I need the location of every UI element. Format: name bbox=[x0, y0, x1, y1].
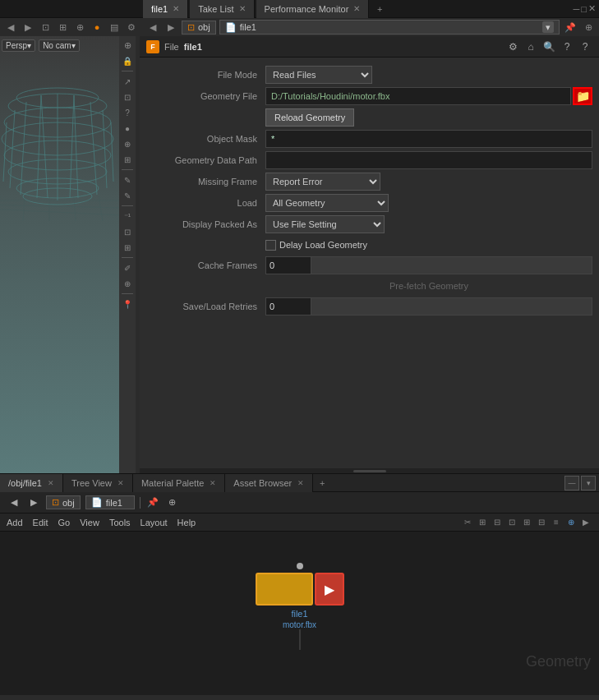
bottom-pin-icon[interactable]: 📌 bbox=[145, 495, 160, 510]
bottom-node-breadcrumb[interactable]: 📄 file1 bbox=[85, 495, 135, 509]
help-icon[interactable]: ? bbox=[560, 39, 574, 54]
bottom-tab-material-palette[interactable]: Material Palette ✕ bbox=[133, 474, 225, 492]
missing-frame-dropdown[interactable]: Report Error bbox=[265, 173, 380, 191]
cut-icon[interactable]: ✂ bbox=[461, 516, 474, 529]
viewport[interactable]: Persp▾ No cam▾ bbox=[0, 36, 136, 473]
network-view[interactable]: Geometry ▶ file1 motor.fbx bbox=[0, 532, 599, 695]
viewport-tool-16[interactable]: 📍 bbox=[120, 297, 135, 311]
window-maximize-icon[interactable]: □ bbox=[581, 4, 587, 14]
geometry-data-path-input[interactable] bbox=[265, 151, 592, 169]
tab-performance-monitor[interactable]: Performance Monitor ✕ bbox=[256, 0, 370, 18]
bottom-obj-breadcrumb[interactable]: ⊡ obj bbox=[46, 495, 81, 509]
viewport-tool-13[interactable]: ⊞ bbox=[120, 240, 135, 255]
nav-forward-button[interactable]: ▶ bbox=[21, 20, 35, 35]
browse-file-button[interactable]: 📁 bbox=[573, 87, 592, 105]
tool-icon-3[interactable]: ⊕ bbox=[72, 20, 87, 35]
display-packed-dropdown[interactable]: Use File Setting bbox=[265, 215, 385, 233]
tab-close-performance-monitor[interactable]: ✕ bbox=[353, 4, 360, 13]
bottom-nav-forward[interactable]: ▶ bbox=[26, 495, 41, 510]
save-load-input[interactable] bbox=[265, 297, 311, 315]
file-node[interactable]: ▶ file1 motor.fbx bbox=[256, 563, 344, 629]
settings-icon[interactable]: ⚙ bbox=[124, 20, 139, 35]
bottom-tab-close[interactable]: ✕ bbox=[48, 479, 54, 487]
node-body-left[interactable] bbox=[256, 573, 313, 606]
window-close-icon[interactable]: ✕ bbox=[588, 3, 596, 14]
bottom-panel-menu[interactable]: ▾ bbox=[581, 476, 596, 490]
viewport-tool-9[interactable]: ✎ bbox=[120, 173, 135, 187]
save-load-slider[interactable] bbox=[265, 297, 592, 315]
viewport-tool-6[interactable]: ● bbox=[120, 121, 135, 136]
tab-close-file1[interactable]: ✕ bbox=[173, 4, 179, 13]
add-tab-button[interactable]: + bbox=[371, 0, 389, 18]
grid-icon-4[interactable]: ≡ bbox=[550, 516, 563, 529]
viewport-tool-7[interactable]: ⊕ bbox=[120, 136, 135, 151]
tool-icon-1[interactable]: ⊡ bbox=[38, 20, 53, 35]
bottom-tab-close[interactable]: ✕ bbox=[210, 479, 216, 487]
add-bottom-tab-button[interactable]: + bbox=[313, 474, 331, 492]
bottom-panel-collapse[interactable]: — bbox=[564, 476, 579, 490]
cache-frames-bar[interactable] bbox=[311, 256, 592, 274]
tool-icon-2[interactable]: ⊞ bbox=[55, 20, 70, 35]
settings-gear-icon[interactable]: ⚙ bbox=[505, 39, 520, 54]
tab-close-take-list[interactable]: ✕ bbox=[239, 4, 246, 13]
viewport-tool-12[interactable]: ⊡ bbox=[120, 224, 135, 239]
bottom-tab-asset-browser[interactable]: Asset Browser ✕ bbox=[225, 474, 313, 492]
viewport-tool-11[interactable]: ⁻¹ bbox=[120, 209, 135, 223]
object-mask-input[interactable] bbox=[265, 130, 592, 148]
nav-forward2-button[interactable]: ▶ bbox=[164, 20, 178, 35]
viewport-tool-14[interactable]: ✐ bbox=[120, 260, 135, 275]
bottom-tab-tree-view[interactable]: Tree View ✕ bbox=[63, 474, 133, 492]
help2-icon[interactable]: ? bbox=[578, 39, 592, 54]
reload-geometry-button[interactable]: Reload Geometry bbox=[265, 108, 354, 127]
search-icon[interactable]: 🔍 bbox=[541, 39, 556, 54]
delay-load-checkbox[interactable] bbox=[265, 240, 276, 251]
nav-back-button[interactable]: ◀ bbox=[3, 20, 18, 35]
obj-breadcrumb[interactable]: ⊡ obj bbox=[182, 21, 216, 35]
menu-layout[interactable]: Layout bbox=[141, 518, 168, 527]
bottom-nav-back[interactable]: ◀ bbox=[7, 495, 21, 510]
load-dropdown[interactable]: All Geometry bbox=[265, 194, 389, 212]
persp-dropdown[interactable]: Persp▾ bbox=[2, 39, 35, 52]
bottom-tab-close[interactable]: ✕ bbox=[117, 479, 124, 487]
camera-dropdown[interactable]: No cam▾ bbox=[39, 39, 79, 52]
tool-icon-5[interactable]: ▤ bbox=[107, 20, 122, 35]
viewport-tool-10[interactable]: ✎ bbox=[120, 188, 135, 203]
tab-take-list[interactable]: Take List ✕ bbox=[190, 0, 254, 18]
tool-icon-4[interactable]: ● bbox=[90, 20, 104, 35]
menu-view[interactable]: View bbox=[80, 518, 99, 527]
key-icon[interactable]: ⌂ bbox=[523, 39, 538, 54]
nav-expand-icon[interactable]: ⊕ bbox=[581, 20, 596, 35]
window-minimize-icon[interactable]: ─ bbox=[574, 4, 580, 14]
viewport-tool-1[interactable]: ⊕ bbox=[120, 38, 135, 53]
grid-icon-2[interactable]: ⊞ bbox=[520, 516, 533, 529]
bottom-tab-close[interactable]: ✕ bbox=[297, 479, 304, 487]
more-icon[interactable]: ▶ bbox=[579, 516, 592, 529]
nav-pin-icon[interactable]: 📌 bbox=[563, 20, 578, 35]
file-mode-dropdown[interactable]: Read Files bbox=[265, 66, 372, 84]
viewport-tool-3[interactable]: ↗ bbox=[120, 74, 135, 89]
paste-icon[interactable]: ⊟ bbox=[491, 516, 504, 529]
bottom-tab-obj-file1[interactable]: /obj/file1 ✕ bbox=[0, 474, 63, 492]
cache-frames-slider[interactable] bbox=[265, 256, 592, 274]
menu-go[interactable]: Go bbox=[58, 518, 71, 527]
tab-file1[interactable]: file1 ✕ bbox=[143, 0, 188, 18]
viewport-tool-8[interactable]: ⊞ bbox=[120, 152, 135, 167]
menu-help[interactable]: Help bbox=[177, 518, 196, 527]
viewport-tool-15[interactable]: ⊕ bbox=[120, 276, 135, 291]
bottom-expand-icon[interactable]: ⊕ bbox=[165, 495, 180, 510]
cache-frames-input[interactable] bbox=[265, 256, 311, 274]
viewport-tool-4[interactable]: ⊡ bbox=[120, 90, 135, 104]
geometry-file-input[interactable] bbox=[265, 87, 571, 105]
viewport-tool-2[interactable]: 🔒 bbox=[120, 53, 135, 68]
menu-tools[interactable]: Tools bbox=[109, 518, 131, 527]
save-load-bar[interactable] bbox=[311, 297, 592, 315]
node-breadcrumb[interactable]: 📄 file1 ▾ bbox=[219, 20, 560, 35]
menu-add[interactable]: Add bbox=[7, 518, 23, 527]
nav-back2-button[interactable]: ◀ bbox=[145, 20, 160, 35]
grid-icon-3[interactable]: ⊟ bbox=[535, 516, 548, 529]
node-body-icon[interactable]: ▶ bbox=[315, 573, 344, 606]
menu-edit[interactable]: Edit bbox=[33, 518, 48, 527]
grid-icon-1[interactable]: ⊡ bbox=[505, 516, 518, 529]
network-icon[interactable]: ⊕ bbox=[564, 516, 578, 529]
copy-icon[interactable]: ⊞ bbox=[476, 516, 489, 529]
